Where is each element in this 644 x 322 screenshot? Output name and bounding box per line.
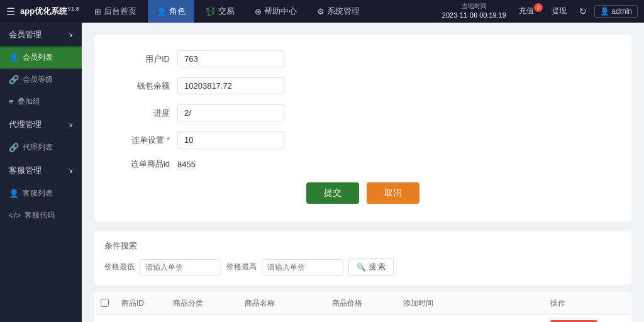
charge-badge: 2 (534, 3, 543, 12)
help-icon: ⊕ (255, 7, 262, 16)
agent-chevron-icon: ∨ (69, 121, 73, 128)
member-chevron-icon: ∨ (69, 31, 73, 38)
user-id-row: 用户ID (113, 50, 613, 67)
row-checkbox-cell (94, 315, 115, 323)
progress-label: 进度 (113, 108, 170, 119)
header-price: 商品价格 (326, 292, 397, 315)
role-icon: 👤 (157, 7, 167, 16)
table-body: 8455 Pinduoduo 사랑미 홍 $16300.00 2023年07月2… (94, 315, 631, 323)
sidebar-item-agent-list[interactable]: 🔗 代理列表 (0, 136, 82, 158)
nav-items: ⊞ 后台首页 👤 角色 💱 交易 ⊕ 帮助中心 ⚙ 系统管理 (86, 0, 442, 23)
nav-help[interactable]: ⊕ 帮助中心 (246, 0, 306, 23)
search-icon: 🔍 (357, 263, 366, 272)
user-id-input[interactable] (177, 50, 284, 67)
search-button[interactable]: 🔍 搜 索 (348, 258, 394, 276)
submit-button[interactable]: 提交 (306, 182, 359, 204)
form-card: 用户ID 钱包余额 进度 连单设置 连单商品id 8455 提交 取消 (94, 35, 631, 221)
row-name: 사랑미 홍 (238, 315, 326, 323)
trade-icon: 💱 (206, 7, 216, 16)
admin-button[interactable]: 👤 admin (594, 5, 638, 18)
table-section: 商品ID 商品分类 商品名称 商品价格 添加时间 操作 8455 Pinduod… (94, 292, 631, 322)
sidebar: 会员管理 ∨ 👤 会员列表 🔗 会员等级 ≡ 叠加组 代理管理 ∨ 🔗 代理列表… (0, 23, 82, 322)
member-level-icon: 🔗 (9, 75, 19, 84)
sidebar-section-service[interactable]: 客服管理 ∨ (0, 158, 82, 182)
time-block: 当地时间 2023-11-06 00:19:19 (442, 2, 506, 20)
order-product-label: 连单商品id (113, 158, 170, 170)
header-checkbox (94, 292, 115, 315)
search-row: 价格最低 价格最高 🔍 搜 索 (104, 258, 621, 276)
sidebar-item-service-code[interactable]: </> 客服代码 (0, 204, 82, 226)
min-price-label: 价格最低 (104, 262, 135, 272)
order-setting-input[interactable] (177, 131, 284, 148)
row-category: Pinduoduo (167, 315, 238, 323)
main-layout: 会员管理 ∨ 👤 会员列表 🔗 会员等级 ≡ 叠加组 代理管理 ∨ 🔗 代理列表… (0, 23, 644, 322)
nav-home[interactable]: ⊞ 后台首页 (86, 0, 145, 23)
header-name: 商品名称 (238, 292, 326, 315)
refresh-button[interactable]: ↻ (579, 6, 587, 16)
wallet-row: 钱包余额 (113, 77, 613, 94)
row-product-id: 8455 (115, 315, 167, 323)
table-header: 商品ID 商品分类 商品名称 商品价格 添加时间 操作 (94, 292, 631, 315)
service-code-icon: </> (9, 211, 21, 220)
row-action-cell: 替换下一单 (544, 315, 631, 323)
search-title: 条件搜索 (104, 240, 621, 252)
sidebar-item-stack-group[interactable]: ≡ 叠加组 (0, 91, 82, 113)
top-nav: ☰ app优化系统V1.8 ⊞ 后台首页 👤 角色 💱 交易 ⊕ 帮助中心 ⚙ … (0, 0, 644, 23)
max-price-input[interactable] (262, 259, 343, 275)
withdraw-button[interactable]: 提现 (547, 6, 572, 16)
min-price-input[interactable] (140, 259, 221, 275)
row-time: 2023年07月28日 22:19:32 (397, 315, 544, 323)
brand-name: app优化系统V1.8 (20, 6, 79, 17)
nav-trade[interactable]: 💱 交易 (197, 0, 243, 23)
hamburger-icon[interactable]: ☰ (6, 6, 15, 18)
product-table: 商品ID 商品分类 商品名称 商品价格 添加时间 操作 8455 Pinduod… (94, 292, 631, 322)
nav-role[interactable]: 👤 角色 (148, 0, 194, 23)
sidebar-item-service-list[interactable]: 👤 客服列表 (0, 182, 82, 204)
cancel-button[interactable]: 取消 (367, 182, 419, 204)
sidebar-section-agent[interactable]: 代理管理 ∨ (0, 113, 82, 136)
progress-row: 进度 (113, 104, 613, 121)
nav-system[interactable]: ⚙ 系统管理 (308, 0, 369, 23)
header-time: 添加时间 (397, 292, 544, 315)
table-row: 8455 Pinduoduo 사랑미 홍 $16300.00 2023年07月2… (94, 315, 631, 323)
sidebar-section-member[interactable]: 会员管理 ∨ (0, 23, 82, 47)
header-product-id: 商品ID (115, 292, 167, 315)
header-action: 操作 (544, 292, 631, 315)
service-list-icon: 👤 (9, 189, 19, 198)
progress-input[interactable] (177, 104, 284, 121)
sidebar-item-member-level[interactable]: 🔗 会员等级 (0, 69, 82, 91)
user-id-label: 用户ID (113, 53, 170, 65)
order-product-value: 8455 (177, 160, 196, 169)
order-setting-label: 连单设置 (113, 135, 170, 146)
header-category: 商品分类 (167, 292, 238, 315)
service-chevron-icon: ∨ (69, 167, 73, 174)
system-icon: ⚙ (317, 7, 325, 16)
order-product-row: 连单商品id 8455 (113, 158, 613, 170)
home-icon: ⊞ (94, 7, 101, 16)
wallet-label: 钱包余额 (113, 80, 170, 92)
sidebar-item-member-list[interactable]: 👤 会员列表 (0, 47, 82, 69)
select-all-checkbox[interactable] (101, 299, 109, 307)
member-list-icon: 👤 (9, 53, 19, 62)
wallet-input[interactable] (177, 77, 284, 94)
order-setting-row: 连单设置 (113, 131, 613, 148)
charge-button[interactable]: 充值 2 (514, 6, 539, 16)
form-buttons: 提交 取消 (113, 182, 613, 204)
max-price-label: 价格最高 (226, 262, 257, 272)
agent-list-icon: 🔗 (9, 143, 19, 152)
top-right: 当地时间 2023-11-06 00:19:19 充值 2 提现 ↻ 👤 adm… (442, 2, 638, 20)
search-section: 条件搜索 价格最低 价格最高 🔍 搜 索 (94, 231, 631, 285)
row-price: $16300.00 (326, 315, 397, 323)
content-area: 用户ID 钱包余额 进度 连单设置 连单商品id 8455 提交 取消 (82, 23, 644, 322)
stack-group-icon: ≡ (9, 97, 14, 106)
